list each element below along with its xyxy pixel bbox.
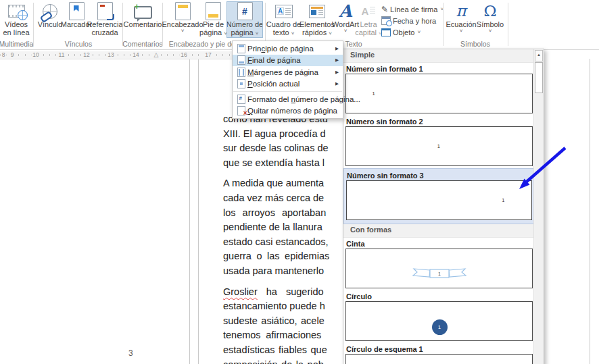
menu-item-principio-de-pagina[interactable]: Principio de página ▶ bbox=[233, 43, 343, 55]
chevron-down-icon: ˅ bbox=[291, 30, 295, 36]
ruler-number: 8 bbox=[1, 51, 7, 59]
preview-box: 1 bbox=[345, 126, 533, 166]
submenu-arrow-icon: ▶ bbox=[335, 46, 339, 51]
group-label-multimedia: Multimedia bbox=[0, 40, 33, 48]
circle-page-number-shape: 1 bbox=[432, 319, 448, 335]
bookmark-button[interactable]: Marcador bbox=[64, 2, 89, 37]
gallery-item-sin-formato-3-selected[interactable]: Número sin formato 3 1 bbox=[343, 168, 534, 224]
link-button[interactable]: Vínculo bbox=[37, 2, 63, 37]
left-page-right-edge bbox=[189, 59, 190, 364]
indent-marker-icon[interactable]: △ bbox=[154, 51, 159, 59]
menu-separator bbox=[233, 91, 342, 92]
header-button[interactable]: Encabezado ˅ bbox=[166, 2, 199, 37]
submenu-arrow-icon: ▶ bbox=[335, 57, 339, 63]
online-video-icon bbox=[8, 2, 25, 20]
group-divider bbox=[33, 3, 34, 46]
menu-item-margenes-de-pagina[interactable]: Márgenes de página ▶ bbox=[233, 66, 343, 78]
page-position-icon bbox=[237, 79, 245, 88]
right-page-left-edge bbox=[198, 59, 199, 364]
page-top-icon bbox=[237, 44, 245, 53]
comment-icon: + bbox=[134, 2, 152, 20]
group-label-comentarios: Comentarios bbox=[122, 40, 163, 48]
page-number-footer: 3 bbox=[128, 348, 133, 358]
group-label-vinculos: Vínculos bbox=[65, 40, 92, 48]
gallery-section-con-formas: Con formas bbox=[343, 224, 534, 238]
quick-parts-button[interactable]: Elementos rápidos ˅ bbox=[300, 2, 334, 37]
scrollbar-thumb[interactable] bbox=[535, 62, 543, 93]
menu-item-quitar-numeros[interactable]: × Quitar números de página bbox=[233, 105, 343, 118]
group-divider bbox=[443, 3, 444, 46]
chevron-down-icon: ˅ bbox=[460, 29, 463, 33]
page-number-dropdown-menu: Principio de página ▶ Final de página ▶ … bbox=[232, 41, 343, 119]
quick-parts-icon bbox=[309, 2, 325, 20]
wordart-button[interactable]: A WordArt ˅ bbox=[334, 2, 357, 37]
gallery-section-simple: Simple bbox=[343, 49, 534, 63]
chevron-down-icon: ˅ bbox=[256, 30, 259, 36]
gallery-item-sin-formato-2[interactable]: Número sin formato 2 1 bbox=[343, 115, 534, 166]
gallery-item-circulo-esquema[interactable]: Círculo de esquema 1 bbox=[343, 343, 534, 364]
word-window: Vídeos en línea Multimedia Vínculo Marca… bbox=[0, 0, 599, 364]
online-videos-button[interactable]: Vídeos en línea bbox=[2, 2, 30, 37]
header-icon bbox=[175, 2, 191, 20]
chevron-down-icon: ˅ bbox=[181, 29, 185, 33]
page-number-button[interactable]: # Número de página ˅ bbox=[227, 2, 262, 37]
preview-box bbox=[345, 354, 533, 364]
chevron-down-icon: ˅ bbox=[329, 30, 332, 36]
equation-button[interactable]: π Ecuación ˅ bbox=[446, 2, 476, 37]
ruler-number: 14 bbox=[131, 51, 140, 59]
chevron-down-icon: ˅ bbox=[344, 29, 348, 33]
preview-page-number: 1 bbox=[437, 143, 440, 149]
ruler-number: 13 bbox=[106, 51, 115, 59]
comment-button[interactable]: + Comentario bbox=[125, 2, 160, 37]
equation-pi-icon: π bbox=[456, 2, 466, 20]
chevron-down-icon: ˅ bbox=[417, 30, 421, 34]
preview-box: 1 bbox=[345, 249, 533, 288]
submenu-arrow-icon: ▶ bbox=[335, 81, 339, 86]
preview-box: 1 bbox=[345, 74, 533, 113]
link-icon bbox=[43, 2, 57, 20]
gallery-item-sin-formato-1[interactable]: Número sin formato 1 1 bbox=[343, 63, 534, 113]
gallery-scrollbar[interactable]: ▲ bbox=[533, 49, 544, 364]
scroll-up-button[interactable]: ▲ bbox=[535, 50, 543, 61]
remove-page-numbers-icon: × bbox=[237, 106, 245, 115]
signature-line-button[interactable]: ✎ Línea de firma ˅ bbox=[381, 4, 444, 14]
date-time-icon bbox=[381, 16, 391, 25]
preview-page-number: 1 bbox=[373, 90, 375, 97]
text-box-icon: A bbox=[275, 2, 293, 20]
preview-box: 1 bbox=[346, 180, 532, 220]
group-label-texto: Texto bbox=[345, 40, 362, 48]
drop-cap-icon: A bbox=[362, 2, 376, 20]
format-page-number-icon bbox=[237, 95, 245, 104]
right-page-right-edge bbox=[590, 59, 590, 364]
drop-cap-button[interactable]: A Letra capital ˅ bbox=[357, 2, 380, 37]
preview-box: 1 bbox=[345, 301, 533, 341]
date-time-button[interactable]: Fecha y hora bbox=[381, 16, 436, 26]
text-box-button[interactable]: A Cuadro de texto ˅ bbox=[268, 2, 299, 37]
group-label-simbolos: Símbolos bbox=[460, 40, 490, 48]
ruler-number: 10 bbox=[31, 51, 40, 59]
page-bottom-icon bbox=[237, 55, 245, 65]
misspelled-word: Groslier bbox=[223, 286, 258, 297]
menu-item-final-de-pagina[interactable]: Final de página ▶ bbox=[233, 55, 343, 67]
cross-reference-button[interactable]: Referencia cruzada bbox=[89, 2, 120, 37]
gallery-item-circulo[interactable]: Círculo 1 bbox=[343, 290, 534, 341]
ribbon-banner-shape: 1 bbox=[407, 267, 472, 283]
object-icon bbox=[381, 28, 391, 36]
menu-item-posicion-actual[interactable]: Posición actual ▶ bbox=[233, 78, 343, 90]
menu-item-formato-numero[interactable]: Formato del número de página... bbox=[233, 93, 343, 105]
chevron-down-icon: ˅ bbox=[489, 29, 492, 33]
footer-icon bbox=[206, 2, 221, 20]
symbol-button[interactable]: Ω Símbolo ˅ bbox=[477, 2, 504, 37]
page-number-icon: # bbox=[237, 2, 253, 20]
svg-text:1: 1 bbox=[438, 271, 441, 276]
gallery-item-cinta[interactable]: Cinta 1 bbox=[343, 238, 534, 288]
preview-page-number: 1 bbox=[502, 197, 504, 203]
cross-reference-icon bbox=[97, 2, 113, 20]
ruler-number: 11 bbox=[57, 51, 66, 59]
ruler-number: 17 bbox=[203, 51, 212, 59]
bookmark-icon bbox=[69, 2, 85, 20]
object-button[interactable]: Objeto ˅ bbox=[381, 27, 421, 37]
ruler-number: 12 bbox=[82, 51, 91, 59]
signature-pen-icon: ✎ bbox=[381, 5, 388, 14]
footer-button[interactable]: Pie de página ˅ bbox=[201, 2, 226, 37]
